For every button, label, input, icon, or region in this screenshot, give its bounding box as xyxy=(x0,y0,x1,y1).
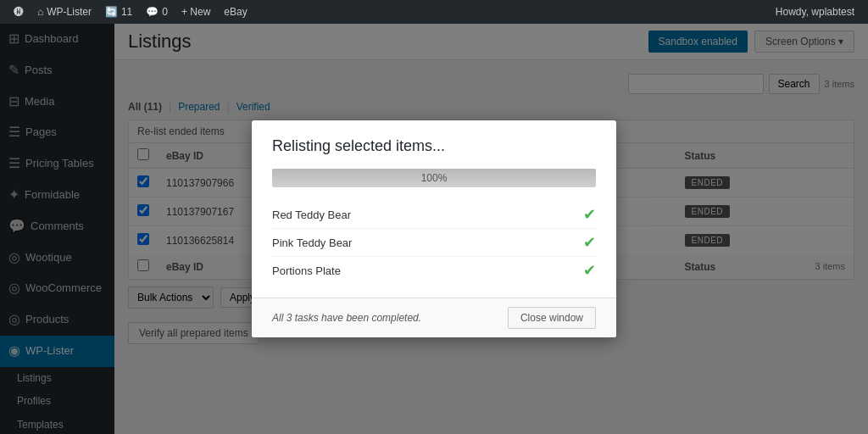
close-window-button[interactable]: Close window xyxy=(508,307,596,329)
comments-item[interactable]: 💬 0 xyxy=(139,0,175,24)
comments-icon: 💬 xyxy=(146,6,159,18)
footer-note: All 3 tasks have been completed. xyxy=(272,312,421,324)
item-name: Pink Teddy Bear xyxy=(272,236,352,249)
updates-icon: 🔄 xyxy=(105,6,118,18)
site-name[interactable]: ⌂ WP-Lister xyxy=(31,0,98,24)
progress-label: 100% xyxy=(272,172,596,184)
howdy-text: Howdy, wplabtest xyxy=(769,6,861,18)
modal-overlay: Relisting selected items... 100% Red Ted… xyxy=(0,24,868,434)
check-icon: ✔ xyxy=(583,205,596,224)
list-item: Red Teddy Bear ✔ xyxy=(272,201,596,229)
wp-icon: 🅦 xyxy=(14,6,24,18)
wp-logo[interactable]: 🅦 xyxy=(7,0,31,24)
modal-item-list: Red Teddy Bear ✔ Pink Teddy Bear ✔ Porti… xyxy=(272,201,596,284)
list-item: Pink Teddy Bear ✔ xyxy=(272,229,596,257)
admin-bar: 🅦 ⌂ WP-Lister 🔄 11 💬 0 + New eBay Howdy,… xyxy=(0,0,868,24)
modal-title: Relisting selected items... xyxy=(272,137,596,155)
updates-item[interactable]: 🔄 11 xyxy=(98,0,139,24)
list-item: Portions Plate ✔ xyxy=(272,257,596,284)
modal-dialog: Relisting selected items... 100% Red Ted… xyxy=(252,120,616,337)
item-name: Red Teddy Bear xyxy=(272,209,351,221)
ebay-item[interactable]: eBay xyxy=(217,0,253,24)
check-icon: ✔ xyxy=(583,261,596,280)
site-icon: ⌂ xyxy=(37,6,43,18)
new-button[interactable]: + New xyxy=(175,0,217,24)
check-icon: ✔ xyxy=(583,233,596,252)
modal-footer: All 3 tasks have been completed. Close w… xyxy=(252,298,616,337)
item-name: Portions Plate xyxy=(272,264,341,277)
progress-bar: 100% xyxy=(272,169,596,187)
